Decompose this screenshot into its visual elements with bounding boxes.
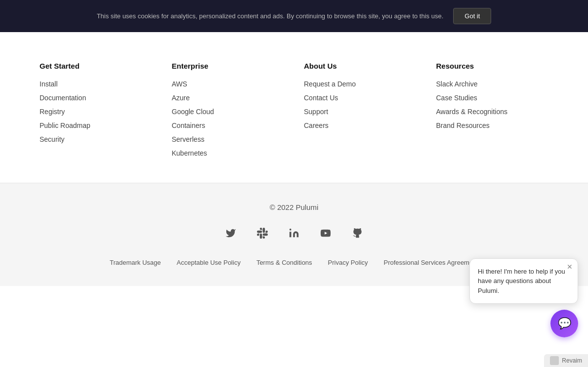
- legal-link-acceptable-use-policy[interactable]: Acceptable Use Policy: [177, 259, 241, 266]
- social-linkedin-button[interactable]: [284, 223, 304, 243]
- footer-heading-enterprise: Enterprise: [172, 62, 285, 70]
- footer-link-support[interactable]: Support: [304, 108, 417, 116]
- legal-link-trademark-usage[interactable]: Trademark Usage: [110, 259, 161, 266]
- footer-link-public-roadmap[interactable]: Public Roadmap: [40, 122, 152, 129]
- legal-link-professional-services-agreement[interactable]: Professional Services Agreement: [384, 259, 478, 266]
- footer-col-enterprise: EnterpriseAWSAzureGoogle CloudContainers…: [172, 62, 285, 163]
- footer-heading-about-us: About Us: [304, 62, 417, 70]
- footer-heading-get-started: Get Started: [40, 62, 152, 70]
- footer-nav-columns: Get StartedInstallDocumentationRegistryP…: [40, 62, 548, 163]
- social-twitter-button[interactable]: [221, 223, 241, 243]
- footer-col-get-started: Get StartedInstallDocumentationRegistryP…: [40, 62, 152, 163]
- footer-link-request-demo[interactable]: Request a Demo: [304, 80, 417, 88]
- chat-close-button[interactable]: ✕: [567, 263, 573, 271]
- cookie-banner-text: This site uses cookies for analytics, pe…: [97, 12, 444, 20]
- footer-link-brand-resources[interactable]: Brand Resources: [436, 122, 549, 129]
- footer-link-security[interactable]: Security: [40, 135, 152, 143]
- footer-link-contact-us[interactable]: Contact Us: [304, 94, 417, 102]
- footer-link-registry[interactable]: Registry: [40, 108, 152, 116]
- cookie-banner: This site uses cookies for analytics, pe…: [0, 0, 588, 32]
- chat-widget: ✕ Hi there! I'm here to help if you have…: [469, 258, 578, 286]
- legal-link-privacy-policy[interactable]: Privacy Policy: [328, 259, 368, 266]
- footer-link-kubernetes[interactable]: Kubernetes: [172, 149, 285, 157]
- chat-bubble: ✕ Hi there! I'm here to help if you have…: [469, 258, 578, 286]
- footer-link-case-studies[interactable]: Case Studies: [436, 94, 549, 102]
- footer-link-awards-recognitions[interactable]: Awards & Recognitions: [436, 108, 549, 116]
- social-youtube-button[interactable]: [316, 223, 336, 243]
- footer-link-serverless[interactable]: Serverless: [172, 135, 285, 143]
- footer-col-about-us: About UsRequest a DemoContact UsSupportC…: [304, 62, 417, 163]
- social-github-button[interactable]: [347, 223, 367, 243]
- footer-link-azure[interactable]: Azure: [172, 94, 285, 102]
- footer-link-slack-archive[interactable]: Slack Archive: [436, 80, 549, 88]
- social-icons: [40, 223, 548, 243]
- cookie-got-it-button[interactable]: Got it: [453, 8, 491, 24]
- social-slack-button[interactable]: [252, 223, 272, 243]
- footer-heading-resources: Resources: [436, 62, 549, 70]
- footer-link-google-cloud[interactable]: Google Cloud: [172, 108, 285, 116]
- legal-link-terms-conditions[interactable]: Terms & Conditions: [256, 259, 312, 266]
- footer-col-resources: ResourcesSlack ArchiveCase StudiesAwards…: [436, 62, 549, 163]
- footer-link-containers[interactable]: Containers: [172, 122, 285, 129]
- footer-link-install[interactable]: Install: [40, 80, 152, 88]
- footer-nav: Get StartedInstallDocumentationRegistryP…: [0, 32, 588, 183]
- footer-copyright: © 2022 Pulumi: [40, 203, 548, 211]
- footer-link-aws[interactable]: AWS: [172, 80, 285, 88]
- svg-point-0: [290, 229, 292, 231]
- footer-link-documentation[interactable]: Documentation: [40, 94, 152, 102]
- footer-link-careers[interactable]: Careers: [304, 122, 417, 129]
- chat-bubble-text: Hi there! I'm here to help if you have a…: [478, 267, 570, 286]
